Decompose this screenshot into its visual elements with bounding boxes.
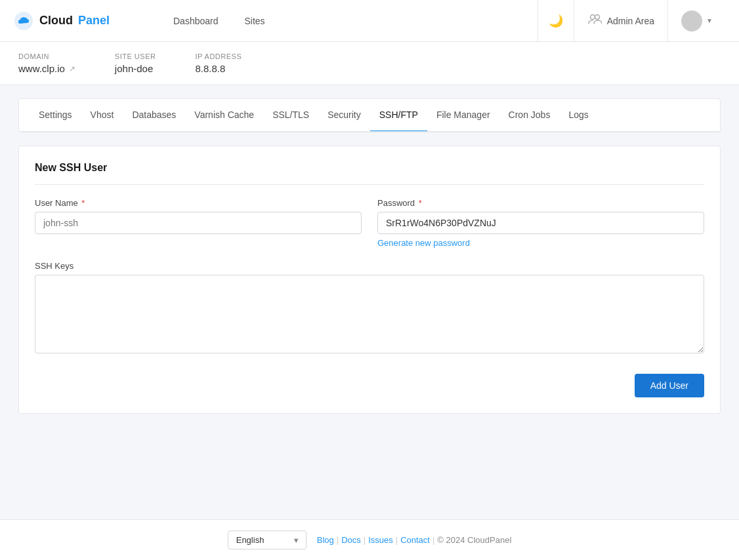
language-select[interactable]: EnglishGermanFrenchSpanish: [228, 530, 306, 550]
username-password-row: User Name * Password * Generate new pass…: [35, 198, 704, 248]
tab-file-manager[interactable]: File Manager: [427, 99, 499, 132]
logo-icon: [13, 10, 34, 31]
ssh-keys-group: SSH Keys: [35, 261, 704, 355]
logo[interactable]: CloudPanel: [13, 10, 158, 31]
sep-4: |: [433, 535, 434, 545]
admin-icon: [587, 12, 602, 30]
tab-varnish-cache[interactable]: Varnish Cache: [185, 99, 263, 132]
domain-value: www.clp.io: [18, 63, 65, 74]
site-info-bar: Domain www.clp.io ↗ Site User john-doe I…: [0, 42, 739, 85]
domain-info: Domain www.clp.io ↗: [18, 52, 75, 74]
ip-address-label: IP Address: [195, 52, 242, 60]
username-group: User Name *: [35, 198, 362, 248]
main-content: SettingsVhostDatabasesVarnish CacheSSL/T…: [0, 85, 739, 519]
username-input[interactable]: [35, 212, 362, 234]
tab-settings[interactable]: Settings: [30, 99, 81, 132]
ssh-keys-label: SSH Keys: [35, 261, 704, 271]
new-ssh-user-card: New SSH User User Name * Password * Gene…: [18, 146, 721, 414]
card-title: New SSH User: [35, 162, 704, 185]
site-user-value: john-doe: [115, 63, 153, 74]
footer: EnglishGermanFrenchSpanish ▼ Blog | Docs…: [0, 519, 739, 560]
moon-icon: 🌙: [549, 14, 563, 28]
svg-point-1: [590, 15, 595, 20]
sep-3: |: [396, 535, 398, 545]
main-nav: Dashboard Sites: [158, 16, 538, 26]
password-input[interactable]: [377, 212, 704, 234]
language-selector-wrapper: EnglishGermanFrenchSpanish ▼: [228, 530, 306, 550]
theme-toggle-button[interactable]: 🌙: [538, 0, 574, 42]
user-avatar: [681, 10, 702, 31]
username-label: User Name *: [35, 198, 362, 208]
tab-cron-jobs[interactable]: Cron Jobs: [499, 99, 560, 132]
issues-link[interactable]: Issues: [368, 535, 393, 545]
header: CloudPanel Dashboard Sites 🌙 Admin Area …: [0, 0, 739, 42]
svg-point-3: [689, 16, 694, 22]
ip-address-info: IP Address 8.8.8.8: [195, 52, 242, 74]
site-user-label: Site User: [115, 52, 156, 60]
nav-dashboard[interactable]: Dashboard: [171, 16, 221, 26]
logo-panel-text: Panel: [78, 14, 110, 28]
admin-area-label: Admin Area: [607, 16, 654, 26]
add-user-button[interactable]: Add User: [635, 374, 704, 397]
blog-link[interactable]: Blog: [317, 535, 334, 545]
tab-logs[interactable]: Logs: [559, 99, 597, 132]
external-link-icon[interactable]: ↗: [69, 64, 75, 73]
tabs-container: SettingsVhostDatabasesVarnish CacheSSL/T…: [18, 98, 721, 132]
footer-links: Blog | Docs | Issues | Contact | © 2024 …: [317, 535, 512, 545]
password-label: Password *: [377, 198, 704, 208]
tabs-nav: SettingsVhostDatabasesVarnish CacheSSL/T…: [19, 99, 720, 132]
user-menu-chevron-icon: ▼: [706, 17, 713, 24]
tab-security[interactable]: Security: [318, 99, 370, 132]
header-right: 🌙 Admin Area ▼: [538, 0, 726, 42]
tab-ssh-ftp[interactable]: SSH/FTP: [370, 99, 427, 132]
nav-sites[interactable]: Sites: [242, 16, 268, 26]
copyright-text: © 2024 CloudPanel: [437, 535, 511, 545]
user-menu-button[interactable]: ▼: [668, 0, 726, 42]
username-required: *: [79, 198, 85, 208]
docs-link[interactable]: Docs: [341, 535, 361, 545]
sep-1: |: [337, 535, 339, 545]
admin-area-button[interactable]: Admin Area: [574, 0, 668, 42]
domain-label: Domain: [18, 52, 75, 60]
tab-databases[interactable]: Databases: [123, 99, 185, 132]
password-group: Password * Generate new password: [377, 198, 704, 248]
ip-address-value: 8.8.8.8: [195, 63, 225, 74]
svg-point-2: [595, 15, 599, 20]
contact-link[interactable]: Contact: [400, 535, 430, 545]
tab-ssl-tls[interactable]: SSL/TLS: [263, 99, 318, 132]
form-actions: Add User: [35, 369, 704, 397]
sep-2: |: [364, 535, 366, 545]
ssh-keys-textarea[interactable]: [35, 275, 704, 353]
password-required: *: [416, 198, 422, 208]
tab-vhost[interactable]: Vhost: [81, 99, 123, 132]
site-user-info: Site User john-doe: [115, 52, 156, 74]
generate-password-link[interactable]: Generate new password: [377, 238, 470, 248]
logo-cloud-text: Cloud: [39, 14, 73, 28]
